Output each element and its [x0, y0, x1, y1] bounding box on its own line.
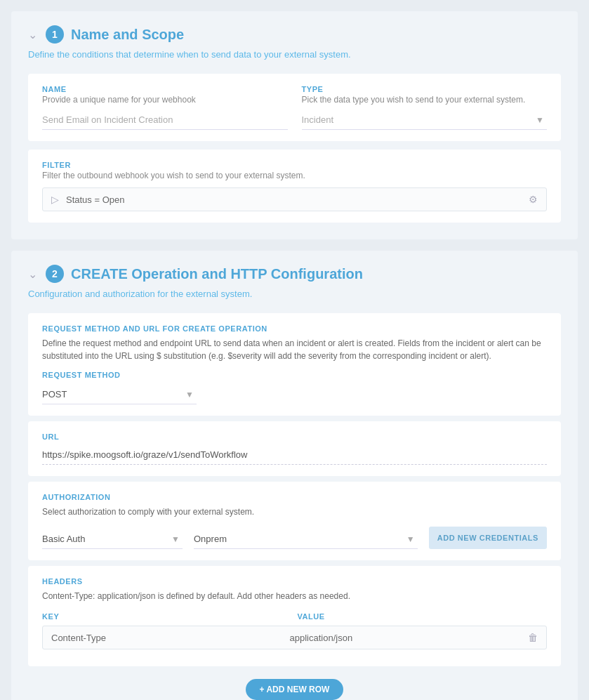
url-label: URL	[42, 432, 547, 441]
section-2-header: ⌄ 2 CREATE Operation and HTTP Configurat…	[28, 265, 561, 283]
filter-gear-icon[interactable]: ⚙	[529, 194, 538, 205]
auth-type-col: Basic Auth Bearer Token No Auth ▼	[42, 529, 183, 549]
method-select[interactable]: POST GET PUT PATCH DELETE	[42, 385, 197, 404]
headers-desc: Content-Type: application/json is define…	[42, 590, 547, 602]
add-credentials-button[interactable]: ADD NEW CREDENTIALS	[429, 527, 547, 549]
header-key-0: Content-Type	[51, 633, 290, 643]
section-1-header: ⌄ 1 Name and Scope	[28, 25, 561, 44]
auth-type-select-wrapper: Basic Auth Bearer Token No Auth ▼	[42, 529, 183, 549]
name-description: Provide a unique name for your webhook	[42, 95, 288, 105]
section-2-title: CREATE Operation and HTTP Configuration	[71, 266, 363, 282]
authorization-area: AUTHORIZATION Select authorization to co…	[28, 482, 561, 560]
credential-select[interactable]: Onprem	[194, 529, 418, 549]
name-col: NAME Provide a unique name for your webh…	[42, 85, 288, 130]
key-col-label: KEY	[42, 612, 59, 621]
url-input[interactable]	[42, 445, 547, 465]
headers-area: HEADERS Content-Type: application/json i…	[28, 566, 561, 666]
type-col: TYPE Pick the data type you wish to send…	[302, 85, 548, 130]
type-select-wrapper: Incident Alert ▼	[302, 110, 548, 130]
url-area: URL	[28, 421, 561, 476]
request-section-desc: Define the request method and endpoint U…	[42, 337, 547, 362]
section-2: ⌄ 2 CREATE Operation and HTTP Configurat…	[11, 251, 578, 700]
header-value-0: application/json	[290, 633, 529, 643]
filter-label: FILTER	[42, 161, 547, 169]
type-label: TYPE	[302, 85, 548, 93]
credential-select-wrapper: Onprem ▼	[194, 529, 418, 549]
request-method-area: REQUEST METHOD AND URL FOR CREATE OPERAT…	[28, 313, 561, 416]
section-1-number: 1	[46, 25, 64, 44]
headers-col-row: KEY VALUE	[42, 611, 547, 621]
value-col-header: VALUE	[298, 611, 548, 621]
section-2-subtitle: Configuration and authorization for the …	[28, 289, 561, 299]
filter-description: Filter the outbound webhook you wish to …	[42, 171, 547, 180]
method-select-wrapper: POST GET PUT PATCH DELETE ▼	[42, 385, 197, 404]
auth-desc: Select authorization to comply with your…	[42, 506, 547, 518]
auth-type-select[interactable]: Basic Auth Bearer Token No Auth	[42, 529, 183, 549]
value-col-label: VALUE	[298, 612, 325, 621]
section-2-chevron[interactable]: ⌄	[28, 268, 37, 281]
add-row-wrap: + ADD NEW ROW	[28, 672, 561, 700]
header-row-0: Content-Type application/json 🗑	[42, 626, 547, 649]
type-select[interactable]: Incident Alert	[302, 110, 548, 130]
filter-form: FILTER Filter the outbound webhook you w…	[28, 150, 561, 223]
section-1: ⌄ 1 Name and Scope Define the conditions…	[11, 11, 578, 239]
section-1-chevron[interactable]: ⌄	[28, 28, 37, 41]
add-row-button[interactable]: + ADD NEW ROW	[246, 679, 344, 700]
filter-row[interactable]: ▷ Status = Open ⚙	[42, 187, 547, 211]
type-description: Pick the data type you wish to send to y…	[302, 95, 548, 105]
filter-label-section: FILTER Filter the outbound webhook you w…	[42, 161, 547, 180]
section-1-subtitle: Define the conditions that determine whe…	[28, 49, 561, 60]
auth-row: Basic Auth Bearer Token No Auth ▼ Onprem…	[42, 527, 547, 549]
filter-value: Status = Open	[66, 194, 529, 205]
key-col-header: KEY	[42, 611, 292, 621]
section-2-number: 2	[46, 265, 64, 283]
credential-col: Onprem ▼	[194, 529, 418, 549]
header-delete-icon-0[interactable]: 🗑	[528, 632, 538, 643]
filter-icon: ▷	[51, 194, 59, 205]
name-label: NAME	[42, 85, 288, 93]
request-method-label: REQUEST METHOD	[42, 371, 547, 379]
request-section-label: REQUEST METHOD AND URL FOR CREATE OPERAT…	[42, 324, 547, 333]
auth-label: AUTHORIZATION	[42, 493, 547, 501]
name-type-row: NAME Provide a unique name for your webh…	[42, 85, 547, 130]
headers-label: HEADERS	[42, 577, 547, 586]
section-1-title: Name and Scope	[71, 27, 184, 43]
name-input[interactable]	[42, 110, 288, 130]
name-type-form: NAME Provide a unique name for your webh…	[28, 74, 561, 141]
